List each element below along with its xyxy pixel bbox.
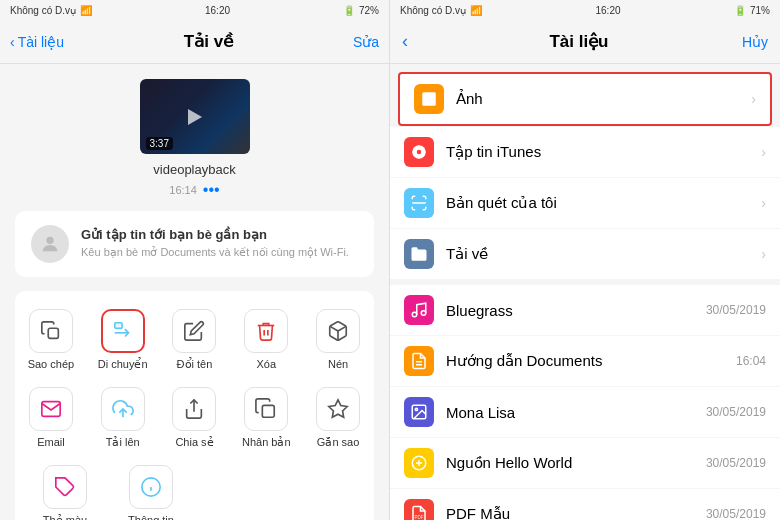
photos-label: Ảnh: [456, 90, 745, 108]
photos-chevron: ›: [751, 91, 756, 107]
file-meta: 16:14 •••: [15, 181, 374, 199]
share-text: Gửi tập tin tới bạn bè gần bạn Kêu bạn b…: [81, 227, 358, 260]
file-time: 16:14: [169, 184, 197, 196]
itunes-chevron: ›: [761, 144, 766, 160]
scan-chevron: ›: [761, 195, 766, 211]
copy-icon-wrap: [29, 309, 73, 353]
right-battery: 71%: [750, 5, 770, 16]
left-time: 16:20: [205, 5, 230, 16]
action-row-2: Email Tải lên: [15, 379, 374, 457]
left-back-label: Tài liệu: [18, 34, 64, 50]
right-status-bar: Không có D.vụ 📶 16:20 🔋 71%: [390, 0, 780, 20]
email-label: Email: [37, 436, 65, 448]
huongdan-label: Hướng dẫn Documents: [446, 352, 736, 370]
right-wifi-icon: 📶: [470, 5, 482, 16]
info-label: Thông tin: [128, 514, 174, 520]
copy-label: Sao chép: [28, 358, 74, 370]
video-thumbnail[interactable]: 3:37: [140, 79, 250, 154]
duplicate-label: Nhân bản: [242, 436, 291, 449]
itunes-icon: [404, 137, 434, 167]
scan-icon: [404, 188, 434, 218]
move-label: Di chuyển: [98, 358, 148, 371]
video-duration: 3:37: [146, 137, 173, 150]
svg-point-15: [417, 150, 422, 155]
rename-label: Đổi tên: [177, 358, 213, 371]
svg-point-18: [421, 311, 426, 316]
left-nav-bar: ‹ Tài liệu Tải về Sửa: [0, 20, 389, 64]
list-item-bluegrass[interactable]: Bluegrass 30/05/2019: [390, 285, 780, 335]
svg-point-17: [412, 312, 417, 317]
compress-label: Nén: [328, 358, 348, 370]
action-info[interactable]: Thông tin: [121, 465, 181, 520]
right-nav: ‹ Tài liệu Hủy: [390, 20, 780, 64]
right-back-button[interactable]: ‹: [402, 31, 408, 52]
upload-icon-wrap: [101, 387, 145, 431]
share-section: Gửi tập tin tới bạn bè gần bạn Kêu bạn b…: [15, 211, 374, 277]
rename-icon-wrap: [172, 309, 216, 353]
photos-icon: [414, 84, 444, 114]
svg-rect-6: [263, 405, 275, 417]
share-icon-wrap: [172, 387, 216, 431]
download-chevron: ›: [761, 246, 766, 262]
action-tag[interactable]: Thẻ màu: [35, 465, 95, 520]
left-battery: 72%: [359, 5, 379, 16]
right-panel: Không có D.vụ 📶 16:20 🔋 71% ‹ Tài liệu H…: [390, 0, 780, 520]
action-email[interactable]: Email: [21, 387, 81, 449]
action-share[interactable]: Chia sẻ: [164, 387, 224, 449]
list-item-itunes[interactable]: Tập tin iTunes ›: [390, 127, 780, 177]
left-nav-title: Tải về: [64, 31, 353, 52]
action-upload[interactable]: Tải lên: [93, 387, 153, 449]
list-item-huongdan[interactable]: Hướng dẫn Documents 16:04: [390, 336, 780, 386]
action-move[interactable]: Di chuyển: [93, 309, 153, 371]
list-item-scan[interactable]: Bản quét của tôi ›: [390, 178, 780, 228]
itunes-label: Tập tin iTunes: [446, 143, 755, 161]
right-time: 16:20: [596, 5, 621, 16]
compress-icon-wrap: [316, 309, 360, 353]
mona-date: 30/05/2019: [706, 405, 766, 419]
file-name: videoplayback: [15, 162, 374, 177]
svg-rect-1: [48, 328, 58, 338]
left-content: 3:37 videoplayback 16:14 ••• Gửi tập tin…: [0, 64, 389, 520]
action-row-1: Sao chép Di chuyển: [15, 301, 374, 379]
huongdan-icon: [404, 346, 434, 376]
upload-label: Tải lên: [106, 436, 140, 449]
share-label: Chia sẻ: [175, 436, 213, 449]
back-chevron-icon: ‹: [10, 34, 15, 50]
right-cancel-button[interactable]: Hủy: [742, 34, 768, 50]
action-duplicate[interactable]: Nhân bản: [236, 387, 296, 449]
action-star[interactable]: Gắn sao: [308, 387, 368, 449]
list-item-hello[interactable]: Nguồn Hello World 30/05/2019: [390, 438, 780, 488]
duplicate-icon-wrap: [244, 387, 288, 431]
tag-label: Thẻ màu: [43, 514, 87, 520]
email-icon-wrap: [29, 387, 73, 431]
svg-text:PDF: PDF: [415, 515, 424, 520]
action-grid: Sao chép Di chuyển: [15, 291, 374, 520]
list-item-pdf[interactable]: PDF PDF Mẫu 30/05/2019: [390, 489, 780, 520]
star-label: Gắn sao: [317, 436, 359, 449]
action-delete[interactable]: Xóa: [236, 309, 296, 371]
svg-point-0: [46, 237, 53, 244]
list-item-download[interactable]: Tải về ›: [390, 229, 780, 279]
download-label: Tải về: [446, 245, 755, 263]
pdf-label: PDF Mẫu: [446, 505, 706, 520]
svg-point-22: [415, 408, 417, 410]
left-edit-button[interactable]: Sửa: [353, 34, 379, 50]
svg-marker-7: [329, 400, 347, 417]
action-copy[interactable]: Sao chép: [21, 309, 81, 371]
info-icon-wrap: [129, 465, 173, 509]
action-rename[interactable]: Đổi tên: [164, 309, 224, 371]
list-item-photos[interactable]: Ảnh ›: [398, 72, 772, 126]
action-compress[interactable]: Nén: [308, 309, 368, 371]
left-status-bar: Không có D.vụ 📶 16:20 🔋 72%: [0, 0, 389, 20]
left-panel: Không có D.vụ 📶 16:20 🔋 72% ‹ Tài liệu T…: [0, 0, 390, 520]
delete-icon-wrap: [244, 309, 288, 353]
svg-rect-2: [114, 323, 121, 329]
file-list: Ảnh › Tập tin iTunes › Bả: [390, 64, 780, 520]
pdf-date: 30/05/2019: [706, 507, 766, 520]
play-icon: [188, 109, 202, 125]
list-item-mona[interactable]: Mona Lisa 30/05/2019: [390, 387, 780, 437]
tag-icon-wrap: [43, 465, 87, 509]
more-options-button[interactable]: •••: [203, 181, 220, 199]
wifi-icon: 📶: [80, 5, 92, 16]
left-back-button[interactable]: ‹ Tài liệu: [10, 34, 64, 50]
